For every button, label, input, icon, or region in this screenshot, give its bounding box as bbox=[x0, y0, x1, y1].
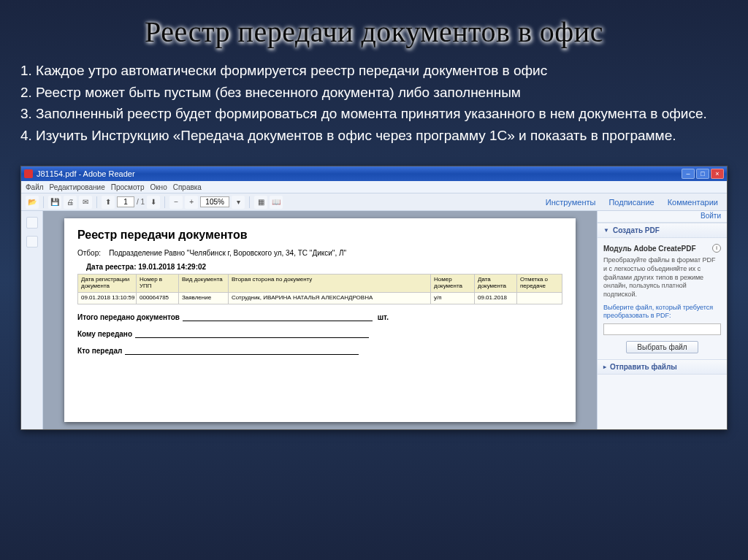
send-files-label: Отправить файлы bbox=[610, 363, 677, 371]
zoom-dropdown-icon[interactable]: ▾ bbox=[232, 196, 245, 209]
toolbar-divider bbox=[249, 196, 250, 208]
zoom-input[interactable] bbox=[200, 196, 229, 207]
total-suffix: шт. bbox=[378, 313, 389, 321]
print-icon[interactable]: 🖨 bbox=[64, 196, 77, 209]
col-upp-num: Номер в УПП bbox=[137, 275, 179, 293]
info-icon[interactable]: i bbox=[712, 244, 721, 253]
fit-page-icon[interactable]: ▦ bbox=[254, 196, 267, 209]
module-title: Модуль Adobe CreatePDF bbox=[603, 244, 696, 253]
col-other-side: Вторая сторона по документу bbox=[229, 275, 431, 293]
select-file-button[interactable]: Выбрать файл bbox=[626, 341, 698, 353]
cell-doc-date: 09.01.2018 bbox=[475, 292, 517, 304]
menu-file[interactable]: Файл bbox=[26, 183, 44, 191]
window-title-text: J81154.pdf - Adobe Reader bbox=[37, 169, 135, 178]
attachments-icon[interactable] bbox=[26, 236, 38, 248]
menu-window[interactable]: Окно bbox=[150, 183, 167, 191]
col-reg-date: Дата регистрации документа bbox=[78, 275, 137, 293]
slide-title: Реестр передачи документов в офис bbox=[20, 15, 728, 49]
page-number-input[interactable] bbox=[117, 196, 134, 207]
tools-panel: Войти ▼ Создать PDF Модуль Adobe CreateP… bbox=[597, 211, 727, 429]
select-hint: Выберите файл, который требуется преобра… bbox=[603, 304, 721, 321]
from-whom-label: Кто передал bbox=[77, 347, 122, 355]
toolbar-divider bbox=[43, 196, 44, 208]
registry-table: Дата регистрации документа Номер в УПП В… bbox=[77, 274, 562, 304]
window-titlebar[interactable]: J81154.pdf - Adobe Reader – □ × bbox=[21, 166, 727, 181]
login-link[interactable]: Войти bbox=[701, 212, 721, 220]
body-line-3: 3. Заполненный реестр будет формироватьс… bbox=[20, 104, 728, 124]
table-row: 09.01.2018 13:10:59 000064785 Заявление … bbox=[78, 292, 562, 304]
accordion-create-pdf[interactable]: ▼ Создать PDF bbox=[598, 223, 727, 238]
page-down-icon[interactable]: ⬇ bbox=[147, 196, 160, 209]
page-total: / 1 bbox=[137, 198, 145, 206]
adobe-reader-window: J81154.pdf - Adobe Reader – □ × Файл Ред… bbox=[20, 166, 728, 430]
col-doc-num: Номер документа bbox=[431, 275, 475, 293]
toolbar: 📂 💾 🖨 ✉ ⬆ / 1 ⬇ − + ▾ ▦ 📖 Инструменты По… bbox=[21, 193, 727, 211]
menu-help[interactable]: Справка bbox=[173, 183, 202, 191]
menu-edit[interactable]: Редактирование bbox=[50, 183, 105, 191]
slide-body: 1. Каждое утро автоматически формируется… bbox=[20, 61, 728, 145]
menu-view[interactable]: Просмотр bbox=[111, 183, 145, 191]
doc-heading: Реестр передачи документов bbox=[77, 229, 562, 242]
registry-date: Дата реестра: 19.01.2018 14:29:02 bbox=[86, 263, 562, 271]
toolbar-divider bbox=[164, 196, 165, 208]
zoom-in-icon[interactable]: + bbox=[185, 196, 198, 209]
pdf-icon bbox=[24, 169, 33, 178]
chevron-down-icon: ▼ bbox=[603, 227, 609, 234]
body-line-2: 2. Реестр может быть пустым (без внесенн… bbox=[20, 83, 728, 103]
cell-upp-num: 000064785 bbox=[137, 292, 179, 304]
col-doc-date: Дата документа bbox=[475, 275, 517, 293]
close-button[interactable]: × bbox=[711, 169, 724, 179]
left-nav-strip bbox=[21, 211, 43, 429]
create-pdf-body: Модуль Adobe CreatePDF i Преобразуйте фа… bbox=[598, 238, 727, 359]
col-mark: Отметка о передаче bbox=[517, 275, 562, 293]
maximize-button[interactable]: □ bbox=[696, 169, 709, 179]
tab-sign[interactable]: Подписание bbox=[604, 196, 658, 208]
document-viewport[interactable]: Реестр передачи документов Отбор: Подраз… bbox=[43, 211, 597, 429]
thumbnails-icon[interactable] bbox=[26, 217, 38, 229]
cell-other-side: Сотрудник, ИВАРИНА НАТАЛЬЯ АЛЕКСАНДРОВНА bbox=[229, 292, 431, 304]
menu-bar: Файл Редактирование Просмотр Окно Справк… bbox=[21, 181, 727, 193]
tab-tools[interactable]: Инструменты bbox=[541, 196, 600, 208]
filter-value: Подразделение Равно "Челябинск г, Воровс… bbox=[109, 249, 346, 257]
cell-doc-num: у/п bbox=[431, 292, 475, 304]
mail-icon[interactable]: ✉ bbox=[79, 196, 92, 209]
chevron-right-icon: ▸ bbox=[603, 364, 606, 370]
cell-doc-type: Заявление bbox=[179, 292, 229, 304]
cell-mark bbox=[517, 292, 562, 304]
total-label: Итого передано документов bbox=[77, 313, 180, 321]
tab-comment[interactable]: Комментарии bbox=[663, 196, 722, 208]
filter-label: Отбор: bbox=[77, 249, 101, 257]
toolbar-divider bbox=[96, 196, 97, 208]
minimize-button[interactable]: – bbox=[682, 169, 695, 179]
body-line-4: 4. Изучить Инструкцию «Передача документ… bbox=[20, 126, 728, 146]
open-icon[interactable]: 📂 bbox=[26, 196, 39, 209]
body-line-1: 1. Каждое утро автоматически формируется… bbox=[20, 61, 728, 81]
save-icon[interactable]: 💾 bbox=[48, 196, 61, 209]
col-doc-type: Вид документа bbox=[179, 275, 229, 293]
pdf-page: Реестр передачи документов Отбор: Подраз… bbox=[64, 218, 576, 422]
cell-reg-date: 09.01.2018 13:10:59 bbox=[78, 292, 137, 304]
create-pdf-label: Создать PDF bbox=[613, 226, 660, 234]
zoom-out-icon[interactable]: − bbox=[169, 196, 183, 209]
accordion-send-files[interactable]: ▸ Отправить файлы bbox=[598, 359, 727, 375]
to-whom-label: Кому передано bbox=[77, 330, 132, 338]
read-icon[interactable]: 📖 bbox=[270, 196, 283, 209]
page-up-icon[interactable]: ⬆ bbox=[102, 196, 115, 209]
module-desc: Преобразуйте файлы в формат PDF и с легк… bbox=[603, 256, 721, 299]
file-path-input[interactable] bbox=[603, 323, 721, 335]
